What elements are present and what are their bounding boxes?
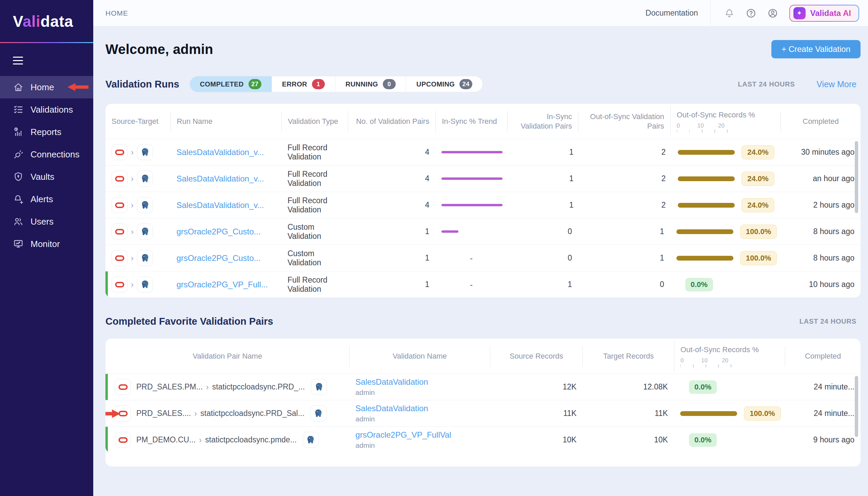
table-row[interactable]: PM_DEMO.CU...›statictpccloadsync.pmde...… [106, 427, 861, 453]
sidebar-item-alerts[interactable]: Alerts [0, 188, 93, 210]
validation-type-cell: Custom Validation [282, 222, 348, 241]
validation-name-cell: grsOracle2PG_VP_FullValadmin [349, 430, 489, 450]
run-name-link[interactable]: SalesDataValidation_v... [177, 148, 264, 157]
sidebar-item-label: Alerts [31, 194, 53, 205]
oracle-icon [115, 432, 131, 448]
in-sync-pairs-cell: 1 [509, 148, 579, 157]
sidebar-item-home[interactable]: Home [0, 76, 93, 98]
owner-label: admin [355, 441, 451, 450]
documentation-link[interactable]: Documentation [646, 9, 698, 18]
trend-sparkline [441, 177, 502, 180]
favorites-range-label: LAST 24 HOURS [800, 317, 856, 325]
chevron-right-icon: › [131, 280, 133, 289]
validation-name-link[interactable]: SalesDataValidation [355, 403, 428, 414]
trend-empty: - [470, 280, 473, 289]
favorite-pairs-table: Validation Pair NameValidation NameSourc… [106, 339, 861, 466]
completed-cell: 24 minute... [787, 409, 861, 418]
out-of-sync-pairs-cell: 0 [578, 280, 670, 289]
column-header-label: In-Sync Validation Pairs [514, 112, 572, 130]
target-records-cell: 12.08K [582, 382, 674, 391]
records-axis-ticks [677, 129, 728, 133]
validation-runs-table: Source-TargetRun NameValidation TypeNo. … [106, 104, 861, 297]
out-of-sync-records-cell: 0.0% [670, 278, 781, 291]
table-row[interactable]: ›grsOracle2PG_Custo...Custom Validation1… [106, 218, 861, 245]
sidebar-item-validations[interactable]: Validations [0, 98, 93, 121]
run-name-link[interactable]: grsOracle2PG_VP_Full... [177, 280, 268, 289]
pair-source-name: PM_DEMO.CU... [136, 435, 196, 445]
sidebar-item-label: Vaults [31, 172, 54, 182]
sidebar-nav: HomeValidationsReportsConnectionsVaultsA… [0, 76, 93, 255]
records-bar [676, 229, 734, 234]
tab-label: ERROR [282, 80, 307, 88]
hamburger-menu-icon[interactable] [13, 57, 23, 64]
table-row[interactable]: ›SalesDataValidation_v...Full Record Val… [106, 139, 861, 165]
records-percent-badge: 100.0% [744, 406, 781, 421]
run-name-link[interactable]: SalesDataValidation_v... [177, 174, 264, 184]
create-validation-button[interactable]: + Create Validation [771, 40, 861, 58]
tab-running[interactable]: RUNNING0 [335, 76, 406, 92]
sidebar-item-vaults[interactable]: Vaults [0, 166, 93, 188]
run-name-link[interactable]: grsOracle2PG_Custo... [177, 227, 261, 236]
run-name-link[interactable]: SalesDataValidation_v... [177, 201, 264, 210]
view-more-link[interactable]: View More [817, 79, 856, 89]
sidebar-item-reports[interactable]: Reports [0, 121, 93, 143]
column-header-label: No. of Validation Pairs [356, 117, 429, 126]
runs-scrollbar[interactable] [855, 141, 858, 213]
validata-ai-button[interactable]: ✦ Validata AI [789, 5, 859, 22]
out-of-sync-pairs-cell: 2 [580, 201, 672, 210]
completed-cell: 30 minutes ago [782, 148, 861, 157]
table-row[interactable]: PRD_SALES.PM...›statictpccloadsync.PRD_.… [106, 373, 861, 400]
topbar: HOME Documentation ✦ Validata AI [93, 0, 868, 27]
chevron-right-icon: › [206, 382, 209, 392]
help-icon[interactable] [746, 8, 756, 18]
postgres-icon [137, 144, 153, 160]
tab-completed[interactable]: COMPLETED27 [190, 76, 272, 92]
chevron-right-icon: › [131, 227, 133, 236]
tab-count-badge: 1 [312, 79, 325, 89]
column-header: Validation Type [282, 111, 348, 132]
table-row[interactable]: ›SalesDataValidation_v...Full Record Val… [106, 192, 861, 218]
table-row[interactable]: ›SalesDataValidation_v...Full Record Val… [106, 165, 861, 192]
table-row[interactable]: PRD_SALES....›statictpccloadsync.PRD_Sal… [106, 400, 861, 427]
favorites-section-title: Completed Favorite Validation Pairs [106, 316, 273, 327]
sidebar-item-connections[interactable]: Connections [0, 143, 93, 166]
trend-cell: - [435, 280, 507, 289]
favorites-scrollbar[interactable] [855, 376, 858, 437]
notifications-bell-icon[interactable] [724, 8, 735, 18]
column-header: Out-of-Sync Records %01020 [674, 341, 785, 372]
table-row[interactable]: ›grsOracle2PG_Custo...Custom Validation1… [106, 245, 861, 271]
records-bar [676, 256, 734, 261]
table-row[interactable]: ›grsOracle2PG_VP_Full...Full Record Vali… [106, 271, 861, 297]
records-bar [678, 176, 735, 181]
runs-section-title: Validation Runs [106, 79, 179, 90]
column-header-label: Out-of-Sync Validation Pairs [584, 112, 664, 130]
column-header: Validation Pair Name [106, 346, 349, 367]
trend-cell: - [435, 253, 507, 263]
source-target-cell: › [106, 171, 171, 187]
column-header: Completed [781, 111, 861, 132]
validation-name-link[interactable]: grsOracle2PG_VP_FullVal [355, 430, 451, 440]
user-account-icon[interactable] [768, 8, 778, 18]
trend-empty: - [470, 253, 473, 263]
column-header: Source Records [490, 346, 583, 367]
run-name-link[interactable]: grsOracle2PG_Custo... [177, 253, 261, 263]
column-header-label: Completed [803, 117, 838, 126]
trend-cell [435, 230, 507, 233]
records-axis-numbers: 01020 [680, 357, 743, 363]
records-percent-badge: 0.0% [685, 278, 713, 291]
sidebar-item-users[interactable]: Users [0, 210, 93, 233]
validation-name-link[interactable]: SalesDataValidation [355, 377, 428, 387]
tab-upcoming[interactable]: UPCOMING24 [406, 76, 482, 92]
trend-cell [435, 177, 509, 180]
owner-label: admin [355, 415, 428, 423]
tab-error[interactable]: ERROR1 [272, 76, 335, 92]
pair-source-name: PRD_SALES.PM... [136, 382, 203, 391]
sidebar-item-monitor[interactable]: Monitor [0, 233, 93, 255]
validation-name-cell: SalesDataValidationadmin [349, 403, 489, 423]
records-percent-badge: 24.0% [741, 198, 774, 212]
column-header-label: Validation Name [392, 352, 447, 361]
axis-tick-label: 0 [680, 357, 684, 364]
run-name-cell: SalesDataValidation_v... [171, 201, 282, 210]
validation-type-cell: Custom Validation [282, 249, 348, 267]
records-percent-badge: 100.0% [740, 224, 777, 239]
